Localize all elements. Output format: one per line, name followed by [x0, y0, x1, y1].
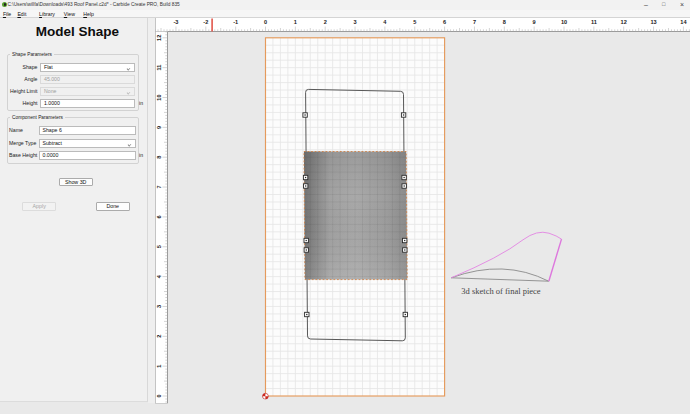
svg-text:0: 0: [264, 19, 267, 25]
svg-text:1: 1: [156, 365, 162, 368]
svg-text:-1: -1: [233, 19, 238, 25]
svg-text:6: 6: [156, 215, 162, 218]
svg-text:3: 3: [353, 19, 356, 25]
svg-text:11: 11: [591, 19, 597, 25]
svg-text:2: 2: [324, 19, 327, 25]
svg-text:1: 1: [294, 19, 297, 25]
svg-text:3d sketch of final piece: 3d sketch of final piece: [461, 286, 541, 296]
svg-text:12: 12: [621, 19, 627, 25]
svg-text:3: 3: [156, 305, 162, 308]
svg-text:8: 8: [156, 156, 162, 159]
svg-text:-2: -2: [203, 19, 208, 25]
svg-text:14: 14: [680, 19, 687, 25]
svg-text:-3: -3: [173, 19, 178, 25]
svg-text:7: 7: [156, 185, 162, 188]
svg-text:9: 9: [156, 126, 162, 129]
svg-text:9: 9: [533, 19, 536, 25]
svg-text:0: 0: [156, 394, 162, 397]
svg-text:2: 2: [156, 335, 162, 338]
svg-text:13: 13: [650, 19, 656, 25]
svg-text:7: 7: [473, 19, 476, 25]
svg-text:5: 5: [156, 245, 162, 248]
svg-text:11: 11: [156, 65, 162, 71]
svg-text:6: 6: [443, 19, 446, 25]
svg-text:12: 12: [156, 35, 162, 41]
svg-text:10: 10: [156, 94, 162, 100]
svg-text:10: 10: [561, 19, 567, 25]
svg-text:8: 8: [503, 19, 506, 25]
svg-text:5: 5: [413, 19, 416, 25]
